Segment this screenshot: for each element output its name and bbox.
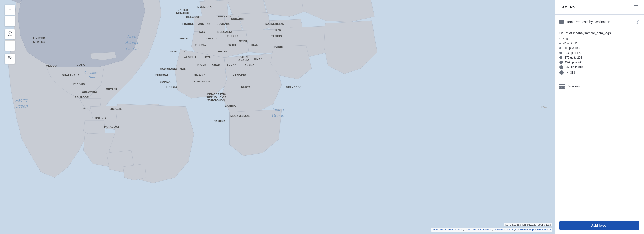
legend-dot-6 bbox=[560, 61, 563, 64]
legend-dot-3 bbox=[560, 47, 562, 49]
legend-dot-2 bbox=[560, 43, 561, 44]
add-layer-section: Add layer bbox=[555, 217, 644, 234]
basemap-label: Basemap bbox=[568, 84, 582, 88]
legend-dot-8 bbox=[560, 71, 564, 75]
layers-menu-button[interactable] bbox=[633, 4, 639, 10]
settings-button[interactable] bbox=[5, 54, 15, 64]
fullscreen-button[interactable] bbox=[5, 40, 15, 51]
legend-item-8: >= 313 bbox=[560, 71, 639, 75]
compass-icon bbox=[7, 31, 12, 38]
map-svg bbox=[0, 0, 644, 234]
map-controls: + − bbox=[5, 5, 15, 64]
coordinates-text: lat: -14.92653, lon: 95.9167, zoom: 1.78 bbox=[505, 223, 551, 226]
legend-item-3: 90 up to 135 bbox=[560, 46, 639, 50]
legend-text-7: 268 up to 313 bbox=[566, 66, 583, 69]
compass-button[interactable] bbox=[5, 29, 15, 39]
legend-item-1: < 46 bbox=[560, 37, 639, 40]
layers-title: LAYERS bbox=[560, 5, 576, 9]
layer-visibility-toggle[interactable] bbox=[560, 20, 564, 24]
legend-item-5: 179 up to 224 bbox=[560, 56, 639, 59]
attribution-naturalearth[interactable]: Made with NaturalEarth ↗ bbox=[433, 228, 462, 231]
attribution-openmaptiles[interactable]: OpenMapTiles ↗ bbox=[494, 228, 513, 231]
legend-text-8: >= 313 bbox=[566, 71, 575, 74]
legend-text-3: 90 up to 135 bbox=[564, 46, 580, 50]
legend-item-6: 224 up to 268 bbox=[560, 61, 639, 64]
svg-rect-9 bbox=[634, 6, 638, 7]
coordinates-display: lat: -14.92653, lon: 95.9167, zoom: 1.78 bbox=[504, 223, 552, 227]
svg-rect-8 bbox=[634, 5, 638, 6]
svg-rect-10 bbox=[634, 8, 638, 8]
settings-icon bbox=[8, 56, 12, 62]
legend-title: Count of kibana_sample_data_logs bbox=[560, 31, 639, 35]
attribution-bar: Made with NaturalEarth ↗ , Elastic Maps … bbox=[431, 228, 552, 232]
legend-text-5: 179 up to 224 bbox=[565, 56, 582, 59]
legend-divider bbox=[555, 27, 644, 27]
menu-lines-icon bbox=[634, 5, 638, 8]
basemap-grid-icon bbox=[560, 84, 565, 89]
legend-text-4: 135 up to 179 bbox=[564, 51, 582, 54]
legend-dot-7 bbox=[560, 65, 563, 69]
layer-item-total-requests[interactable]: Total Requests by Destination i bbox=[555, 17, 644, 26]
svg-point-2 bbox=[10, 33, 10, 34]
legend-item-2: 46 up to 90 bbox=[560, 42, 639, 45]
layer-info-icon[interactable]: i bbox=[636, 20, 639, 24]
basemap-divider bbox=[555, 80, 644, 80]
zoom-in-button[interactable]: + bbox=[5, 5, 15, 15]
legend-dot-1 bbox=[560, 38, 560, 39]
zoom-out-button[interactable]: − bbox=[5, 16, 15, 26]
fullscreen-icon bbox=[8, 43, 12, 48]
map-container[interactable]: NorthAtlanticOcean PacificOcean Caribbea… bbox=[0, 0, 644, 234]
attribution-ems[interactable]: Elastic Maps Service ↗ bbox=[465, 228, 492, 231]
legend-section: Count of kibana_sample_data_logs < 46 46… bbox=[555, 28, 644, 79]
legend-item-7: 268 up to 313 bbox=[560, 65, 639, 69]
attribution-osm[interactable]: OpenStreetMap contributors ↗ bbox=[516, 228, 551, 231]
legend-text-6: 224 up to 268 bbox=[565, 61, 582, 64]
legend-dot-4 bbox=[560, 52, 562, 54]
layers-body: Total Requests by Destination i Count of… bbox=[555, 14, 644, 217]
layers-header: LAYERS bbox=[555, 0, 644, 14]
add-layer-button[interactable]: Add layer bbox=[560, 221, 639, 230]
legend-text-2: 46 up to 90 bbox=[563, 42, 578, 45]
layer-label-total-requests: Total Requests by Destination bbox=[566, 20, 633, 24]
legend-item-4: 135 up to 179 bbox=[560, 51, 639, 54]
legend-dot-5 bbox=[560, 56, 562, 59]
basemap-row[interactable]: Basemap bbox=[555, 81, 644, 91]
zoom-in-icon: + bbox=[8, 7, 11, 13]
zoom-out-icon: − bbox=[8, 18, 12, 24]
legend-text-1: < 46 bbox=[563, 37, 568, 40]
layers-panel: LAYERS Total Requests by Destination i C… bbox=[554, 0, 644, 234]
